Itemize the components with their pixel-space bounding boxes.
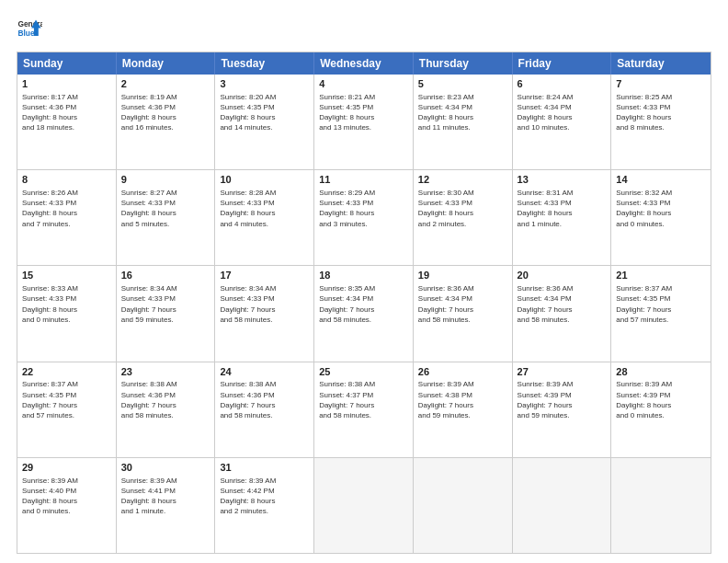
cal-header-sunday: Sunday [17, 52, 117, 75]
cal-cell-day-29: 29Sunrise: 8:39 AMSunset: 4:40 PMDayligh… [17, 458, 117, 553]
cal-cell-day-4: 4Sunrise: 8:21 AMSunset: 4:35 PMDaylight… [314, 75, 414, 169]
cal-cell-day-21: 21Sunrise: 8:37 AMSunset: 4:35 PMDayligh… [611, 266, 711, 361]
day-number: 25 [319, 365, 408, 379]
cell-info: Sunrise: 8:21 AMSunset: 4:35 PMDaylight:… [319, 92, 408, 133]
cal-cell-day-22: 22Sunrise: 8:37 AMSunset: 4:35 PMDayligh… [17, 362, 117, 457]
day-number: 2 [121, 77, 210, 91]
cal-cell-day-1: 1Sunrise: 8:17 AMSunset: 4:36 PMDaylight… [17, 75, 117, 169]
cal-header-wednesday: Wednesday [314, 52, 414, 75]
cell-info: Sunrise: 8:34 AMSunset: 4:33 PMDaylight:… [220, 283, 309, 325]
cal-cell-day-8: 8Sunrise: 8:26 AMSunset: 4:33 PMDaylight… [17, 170, 117, 265]
cell-info: Sunrise: 8:19 AMSunset: 4:36 PMDaylight:… [121, 92, 210, 133]
cal-row-2: 8Sunrise: 8:26 AMSunset: 4:33 PMDaylight… [17, 170, 711, 266]
cal-cell-day-27: 27Sunrise: 8:39 AMSunset: 4:39 PMDayligh… [513, 362, 612, 457]
day-number: 29 [22, 461, 111, 475]
day-number: 28 [616, 365, 706, 379]
cell-info: Sunrise: 8:39 AMSunset: 4:40 PMDaylight:… [22, 476, 111, 517]
logo: GeneralBlue [17, 17, 42, 42]
cell-info: Sunrise: 8:37 AMSunset: 4:35 PMDaylight:… [22, 379, 111, 420]
cell-info: Sunrise: 8:30 AMSunset: 4:33 PMDaylight:… [418, 188, 507, 229]
cal-cell-day-31: 31Sunrise: 8:39 AMSunset: 4:42 PMDayligh… [215, 458, 314, 553]
cal-cell-day-7: 7Sunrise: 8:25 AMSunset: 4:33 PMDaylight… [611, 75, 711, 169]
cell-info: Sunrise: 8:37 AMSunset: 4:35 PMDaylight:… [616, 283, 706, 325]
day-number: 16 [121, 269, 210, 282]
calendar: SundayMondayTuesdayWednesdayThursdayFrid… [17, 52, 711, 554]
cell-info: Sunrise: 8:38 AMSunset: 4:37 PMDaylight:… [319, 379, 408, 420]
cal-cell-day-19: 19Sunrise: 8:36 AMSunset: 4:34 PMDayligh… [414, 266, 513, 361]
day-number: 1 [22, 77, 111, 91]
cal-row-3: 15Sunrise: 8:33 AMSunset: 4:33 PMDayligh… [17, 266, 711, 362]
cal-header-friday: Friday [513, 52, 612, 75]
day-number: 6 [518, 77, 607, 91]
day-number: 31 [220, 461, 309, 475]
day-number: 5 [418, 77, 507, 91]
cell-info: Sunrise: 8:29 AMSunset: 4:33 PMDaylight:… [319, 188, 408, 229]
cal-cell-day-3: 3Sunrise: 8:20 AMSunset: 4:35 PMDaylight… [215, 75, 314, 169]
cell-info: Sunrise: 8:17 AMSunset: 4:36 PMDaylight:… [22, 92, 111, 133]
cell-info: Sunrise: 8:38 AMSunset: 4:36 PMDaylight:… [121, 379, 210, 420]
day-number: 9 [121, 173, 210, 187]
cal-cell-empty [513, 458, 612, 553]
cell-info: Sunrise: 8:36 AMSunset: 4:34 PMDaylight:… [418, 283, 507, 325]
cal-row-4: 22Sunrise: 8:37 AMSunset: 4:35 PMDayligh… [17, 362, 711, 458]
cal-cell-day-26: 26Sunrise: 8:39 AMSunset: 4:38 PMDayligh… [414, 362, 513, 457]
logo-icon: GeneralBlue [17, 17, 42, 42]
day-number: 15 [22, 269, 111, 282]
cell-info: Sunrise: 8:36 AMSunset: 4:34 PMDaylight:… [518, 283, 607, 325]
cell-info: Sunrise: 8:35 AMSunset: 4:34 PMDaylight:… [319, 283, 408, 325]
cell-info: Sunrise: 8:24 AMSunset: 4:34 PMDaylight:… [518, 92, 607, 133]
cell-info: Sunrise: 8:33 AMSunset: 4:33 PMDaylight:… [22, 283, 111, 325]
cell-info: Sunrise: 8:39 AMSunset: 4:42 PMDaylight:… [220, 476, 309, 517]
calendar-header-row: SundayMondayTuesdayWednesdayThursdayFrid… [17, 52, 711, 75]
day-number: 18 [319, 269, 408, 282]
svg-text:Blue: Blue [17, 29, 34, 38]
day-number: 17 [220, 269, 309, 282]
cal-cell-day-9: 9Sunrise: 8:27 AMSunset: 4:33 PMDaylight… [117, 170, 216, 265]
cal-header-monday: Monday [117, 52, 216, 75]
day-number: 20 [518, 269, 607, 282]
day-number: 12 [418, 173, 507, 187]
day-number: 23 [121, 365, 210, 379]
day-number: 26 [418, 365, 507, 379]
cell-info: Sunrise: 8:38 AMSunset: 4:36 PMDaylight:… [220, 379, 309, 420]
cal-cell-day-16: 16Sunrise: 8:34 AMSunset: 4:33 PMDayligh… [117, 266, 216, 361]
cal-header-thursday: Thursday [414, 52, 513, 75]
cell-info: Sunrise: 8:28 AMSunset: 4:33 PMDaylight:… [220, 188, 309, 229]
cal-cell-day-14: 14Sunrise: 8:32 AMSunset: 4:33 PMDayligh… [611, 170, 711, 265]
day-number: 3 [220, 77, 309, 91]
cell-info: Sunrise: 8:39 AMSunset: 4:39 PMDaylight:… [616, 379, 706, 420]
cal-cell-empty [611, 458, 711, 553]
cal-cell-day-30: 30Sunrise: 8:39 AMSunset: 4:41 PMDayligh… [117, 458, 216, 553]
cell-info: Sunrise: 8:25 AMSunset: 4:33 PMDaylight:… [616, 92, 706, 133]
cal-cell-day-25: 25Sunrise: 8:38 AMSunset: 4:37 PMDayligh… [314, 362, 414, 457]
day-number: 24 [220, 365, 309, 379]
day-number: 4 [319, 77, 408, 91]
cal-header-tuesday: Tuesday [215, 52, 314, 75]
cell-info: Sunrise: 8:31 AMSunset: 4:33 PMDaylight:… [518, 188, 607, 229]
cal-cell-day-15: 15Sunrise: 8:33 AMSunset: 4:33 PMDayligh… [17, 266, 117, 361]
cell-info: Sunrise: 8:27 AMSunset: 4:33 PMDaylight:… [121, 188, 210, 229]
cal-cell-day-20: 20Sunrise: 8:36 AMSunset: 4:34 PMDayligh… [513, 266, 612, 361]
cal-cell-day-28: 28Sunrise: 8:39 AMSunset: 4:39 PMDayligh… [611, 362, 711, 457]
cell-info: Sunrise: 8:26 AMSunset: 4:33 PMDaylight:… [22, 188, 111, 229]
cal-cell-day-10: 10Sunrise: 8:28 AMSunset: 4:33 PMDayligh… [215, 170, 314, 265]
cal-header-saturday: Saturday [611, 52, 711, 75]
day-number: 11 [319, 173, 408, 187]
cal-cell-day-23: 23Sunrise: 8:38 AMSunset: 4:36 PMDayligh… [117, 362, 216, 457]
day-number: 30 [121, 461, 210, 475]
cal-cell-day-13: 13Sunrise: 8:31 AMSunset: 4:33 PMDayligh… [513, 170, 612, 265]
cal-cell-day-6: 6Sunrise: 8:24 AMSunset: 4:34 PMDaylight… [513, 75, 612, 169]
cal-cell-empty [414, 458, 513, 553]
cal-row-1: 1Sunrise: 8:17 AMSunset: 4:36 PMDaylight… [17, 75, 711, 170]
cal-cell-day-2: 2Sunrise: 8:19 AMSunset: 4:36 PMDaylight… [117, 75, 216, 169]
day-number: 14 [616, 173, 706, 187]
day-number: 8 [22, 173, 111, 187]
cell-info: Sunrise: 8:34 AMSunset: 4:33 PMDaylight:… [121, 283, 210, 325]
day-number: 19 [418, 269, 507, 282]
day-number: 7 [616, 77, 706, 91]
cell-info: Sunrise: 8:39 AMSunset: 4:39 PMDaylight:… [518, 379, 607, 420]
cell-info: Sunrise: 8:32 AMSunset: 4:33 PMDaylight:… [616, 188, 706, 229]
cal-cell-day-18: 18Sunrise: 8:35 AMSunset: 4:34 PMDayligh… [314, 266, 414, 361]
cell-info: Sunrise: 8:39 AMSunset: 4:38 PMDaylight:… [418, 379, 507, 420]
day-number: 21 [616, 269, 706, 282]
